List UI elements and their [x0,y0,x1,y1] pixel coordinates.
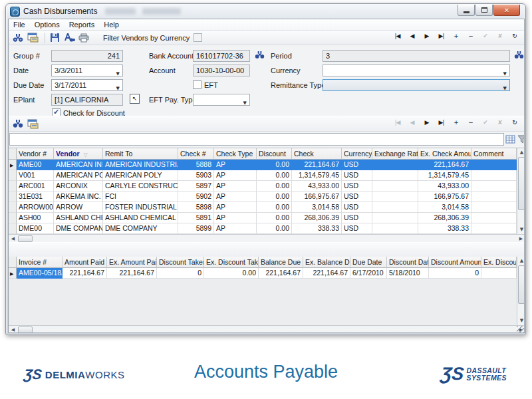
table-cell[interactable]: ARC001 [17,181,54,192]
table-cell[interactable]: 5888 [178,160,214,170]
table-cell[interactable]: 43,933.00 [292,181,342,192]
vendor-search-input[interactable] [9,133,504,146]
table-cell[interactable]: USD [342,223,372,234]
scrollbar-thumb[interactable] [518,265,525,304]
table-cell[interactable]: 0.00 [257,223,292,234]
table-cell[interactable]: USD [342,192,372,202]
table-cell[interactable]: 268,306.39 [292,213,342,223]
column-header[interactable]: Discount Amount [429,257,481,268]
chevron-down-icon[interactable]: ▼ [503,83,507,91]
scrollbar-thumb[interactable] [518,157,525,210]
table-cell[interactable]: USD [342,213,372,223]
column-header[interactable]: Ex. Check Amount [418,148,471,160]
table-cell[interactable]: AP [214,160,257,170]
eft-checkbox[interactable] [193,80,201,89]
table-cell[interactable]: 221,164.67 [292,160,342,170]
table-cell[interactable]: AMERICAN POLY [103,170,178,181]
column-header[interactable]: Discount [257,148,292,160]
scroll-up-icon[interactable]: ▲ [517,148,525,157]
table-row[interactable]: ASH00ASHLAND CHEMICASHLAND CHEMICAL5891A… [9,213,517,223]
next-record-button[interactable]: ▶ [422,33,431,39]
column-header[interactable]: Vendor # [17,148,54,160]
column-header[interactable]: Currency [342,148,372,160]
table-cell[interactable]: AP [214,202,257,213]
column-header[interactable]: Invoice # [17,257,63,268]
table-cell[interactable] [471,170,517,181]
table-row[interactable]: 31E031ARKEMA INC.FCI5902AP0.00166,975.67… [9,192,517,202]
table-cell[interactable] [372,170,418,181]
table-cell[interactable]: 0.00 [257,160,292,170]
table-cell[interactable]: 1,314,579.45 [418,170,471,181]
table-cell[interactable]: 0.00 [257,213,292,223]
table-row[interactable]: ARROW00ARROWFOSTER INDUSTRIAL S5898AP0.0… [9,202,517,213]
table-cell[interactable]: AP [214,223,257,234]
filter-funnel-icon[interactable] [516,134,525,145]
eplant-field[interactable]: [1] CALIFORNIA [51,94,123,106]
table-cell[interactable]: AME00-05/18/10 [17,268,63,279]
chevron-down-icon[interactable]: ▼ [116,68,120,76]
scroll-left-icon[interactable]: ◀ [9,326,17,333]
remittance-type-combo[interactable]: ▼ [323,79,510,91]
scroll-down-icon[interactable]: ▼ [517,317,525,325]
table-cell[interactable]: DME00 [17,223,54,234]
table-cell[interactable] [471,181,517,192]
period-search-icon[interactable] [514,51,524,59]
table-cell[interactable]: AP [214,170,257,181]
scrollbar-thumb[interactable] [18,327,33,333]
vendors-vertical-scrollbar[interactable]: ▲ ▼ [517,148,525,234]
table-row[interactable]: V001AMERICAN POLYAMERICAN POLY5903AP0.00… [9,170,517,181]
table-cell[interactable]: CARLYLE CONSTRUCTI [103,181,178,192]
find-vendor-icon[interactable] [63,33,75,43]
currency-combo[interactable]: ▼ [323,65,510,76]
table-cell[interactable] [372,202,418,213]
table-cell[interactable]: 5/18/2010 [387,268,429,279]
table-row[interactable]: AME00AMERICAN INDUSAMERICAN INDUSTRIAL58… [9,160,517,170]
last-record-button[interactable]: ▶| [437,33,446,39]
table-cell[interactable]: 5897 [178,181,214,192]
table-cell[interactable] [372,192,418,202]
table-cell[interactable]: 0.00 [204,268,259,279]
table-cell[interactable]: V001 [17,170,54,181]
minimize-button[interactable] [458,5,475,16]
scroll-down-icon[interactable]: ▼ [517,225,525,234]
table-cell[interactable] [372,181,418,192]
filter-vendors-checkbox[interactable] [194,33,202,42]
account-field[interactable]: 1030-10-00-00 [193,65,250,76]
table-cell[interactable]: AP [214,181,257,192]
column-header[interactable]: Remit To [103,148,178,160]
scroll-up-icon[interactable]: ▲ [517,257,525,265]
delete-record-button[interactable]: − [466,33,475,39]
period-field[interactable]: 3 [323,50,510,62]
table-cell[interactable]: 5902 [178,192,214,202]
table-cell[interactable]: 3,014.58 [418,202,471,213]
refresh-button[interactable]: ↻ [510,119,519,126]
eplant-jump-icon[interactable]: ↖ [130,94,140,104]
column-header[interactable]: Balance Due [259,257,303,268]
table-cell[interactable]: 6/17/2010 [350,268,387,279]
table-cell[interactable] [471,192,517,202]
table-cell[interactable]: 221,164.67 [303,268,350,279]
table-cell[interactable]: USD [342,181,372,192]
menu-options[interactable]: Options [30,20,65,29]
column-header[interactable]: Discount Date [387,257,429,268]
ap-horizontal-scrollbar[interactable]: ◀ ▶ [9,325,525,333]
table-cell[interactable]: 5898 [178,202,214,213]
resize-grip[interactable] [517,326,524,333]
table-cell[interactable]: 221,164.67 [63,268,107,279]
table-cell[interactable]: 5899 [178,223,214,234]
table-cell[interactable]: 166,975.67 [292,192,342,202]
column-header[interactable]: Discount Taken [157,257,204,268]
column-header[interactable]: Check Type [214,148,257,160]
bank-account-search-icon[interactable] [255,51,265,59]
eft-pay-type-combo[interactable]: ▼ [193,94,250,106]
table-cell[interactable]: AME00 [17,160,54,170]
table-cell[interactable]: 31E031 [17,192,54,202]
table-cell[interactable]: 5891 [178,213,214,223]
column-header[interactable]: Check # [178,148,214,160]
column-header[interactable]: Exchange Rate [372,148,418,160]
column-header[interactable]: Comment [471,148,517,160]
table-cell[interactable]: 338.33 [292,223,342,234]
table-cell[interactable] [471,223,517,234]
print-grid-icon[interactable] [27,118,39,129]
table-row[interactable]: AME00-05/18/10221,164.67221,164.6700.002… [9,268,517,279]
